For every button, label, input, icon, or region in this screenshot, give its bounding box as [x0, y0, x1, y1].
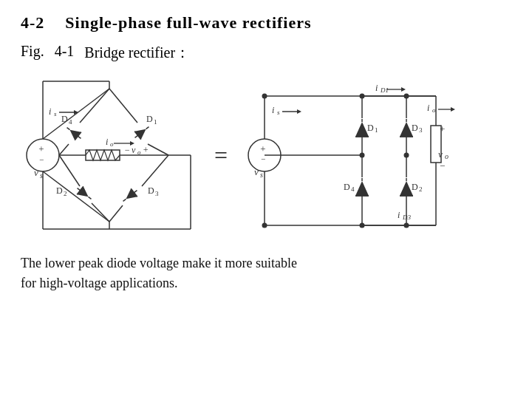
svg-text:i: i [106, 137, 108, 147]
svg-text:o: o [137, 149, 141, 156]
svg-text:v: v [34, 167, 38, 178]
svg-text:−: − [124, 145, 130, 155]
svg-text:i: i [398, 210, 400, 220]
svg-line-36 [142, 155, 168, 186]
svg-text:+: + [38, 143, 44, 154]
svg-line-16 [78, 136, 81, 138]
page: 4-2 Single-phase full-wave rectifiers Fi… [0, 0, 532, 399]
svg-line-25 [148, 144, 168, 155]
svg-line-20 [109, 89, 137, 123]
fig-number: 4-1 [55, 43, 75, 63]
svg-text:D: D [56, 185, 63, 196]
svg-line-40 [134, 191, 137, 193]
svg-marker-78 [451, 107, 455, 112]
svg-text:s: s [260, 171, 263, 179]
svg-marker-21 [134, 125, 149, 140]
svg-text:4: 4 [69, 118, 72, 126]
svg-line-15 [67, 128, 70, 130]
svg-text:D: D [412, 182, 418, 192]
right-circuit-diagram: + − v s i s i D1 i o i D3 [244, 70, 458, 240]
svg-line-33 [92, 203, 109, 222]
svg-line-32 [78, 188, 81, 191]
svg-line-41 [109, 205, 123, 222]
svg-text:+: + [440, 123, 445, 134]
fig-label-row: Fig. 4-1 Bridge rectifier： [21, 43, 511, 63]
section-title: 4-2 Single-phase full-wave rectifiers [21, 13, 511, 33]
svg-text:v: v [254, 166, 259, 177]
svg-line-28 [59, 155, 80, 186]
left-circuit-diagram: + − v s i s [21, 74, 198, 236]
bottom-text-block: The lower peak diode voltage make it mor… [21, 253, 511, 293]
svg-text:−: − [39, 155, 44, 164]
svg-text:1: 1 [154, 118, 157, 126]
svg-marker-37 [123, 188, 137, 203]
svg-text:s: s [54, 110, 57, 117]
equals-sign: = [214, 142, 228, 169]
svg-text:v: v [132, 145, 136, 155]
svg-text:i: i [375, 83, 378, 93]
svg-text:D: D [61, 114, 68, 124]
svg-text:v: v [438, 149, 443, 160]
svg-line-24 [135, 135, 138, 137]
svg-text:o: o [110, 140, 114, 148]
svg-text:−: − [261, 154, 265, 163]
svg-text:D: D [148, 185, 154, 196]
svg-text:i: i [427, 103, 429, 113]
svg-text:D: D [367, 123, 374, 133]
svg-point-138 [262, 94, 267, 99]
section-number: 4-2 [21, 13, 44, 33]
svg-text:D1: D1 [380, 86, 389, 94]
fig-word: Fig. [21, 43, 44, 63]
svg-line-12 [80, 89, 109, 123]
svg-line-10 [43, 171, 109, 222]
bottom-line1: The lower peak diode voltage make it mor… [21, 253, 511, 273]
section-text: Single-phase full-wave rectifiers [65, 13, 311, 33]
svg-text:+: + [143, 145, 149, 155]
svg-line-39 [123, 199, 126, 201]
svg-line-31 [89, 197, 92, 199]
svg-text:−: − [440, 160, 445, 171]
svg-text:D: D [344, 182, 350, 192]
svg-text:2: 2 [64, 190, 67, 197]
svg-text:D: D [412, 123, 418, 133]
svg-marker-70 [297, 109, 301, 114]
svg-text:i: i [272, 105, 274, 115]
svg-text:o: o [445, 152, 449, 160]
svg-marker-95 [355, 181, 369, 196]
svg-text:3: 3 [419, 126, 423, 134]
svg-marker-13 [66, 126, 81, 140]
svg-line-17 [59, 144, 69, 155]
fig-desc: Bridge rectifier： [84, 43, 190, 63]
svg-text:2: 2 [419, 185, 423, 193]
svg-text:4: 4 [351, 185, 355, 193]
svg-point-139 [262, 223, 267, 228]
svg-marker-74 [401, 87, 406, 92]
svg-text:D: D [146, 114, 153, 124]
svg-text:s: s [277, 109, 280, 116]
svg-text:3: 3 [155, 190, 159, 197]
svg-text:1: 1 [375, 126, 378, 134]
diagrams-row: + − v s i s [21, 70, 511, 240]
bottom-line2: for high-voltage applications. [21, 273, 511, 293]
svg-text:i: i [49, 106, 51, 117]
svg-line-23 [146, 127, 149, 129]
svg-text:+: + [260, 143, 265, 154]
